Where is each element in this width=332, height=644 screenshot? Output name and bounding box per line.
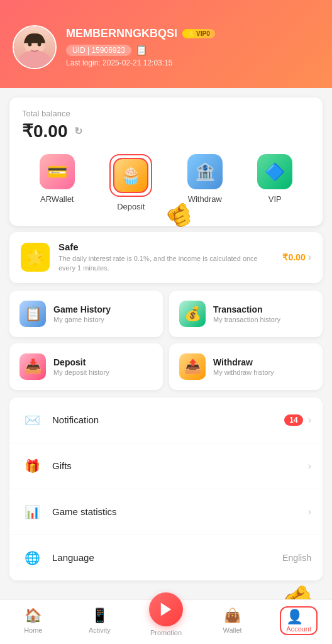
username-row: MEMBERNNGKBQSI ⭐ VIP0 xyxy=(66,27,215,40)
svg-point-2 xyxy=(28,42,32,47)
gifts-right: › xyxy=(308,460,311,472)
list-item-game-statistics[interactable]: 📊 Game statistics › xyxy=(9,489,323,535)
withdraw-history-text: Withdraw My withdraw history xyxy=(213,357,274,376)
deposit-history-icon: 📥 xyxy=(19,353,46,380)
copy-icon[interactable]: 📋 xyxy=(135,44,148,56)
menu-card-game-history[interactable]: 📋 Game History My game history xyxy=(9,291,163,337)
language-icon: 🌐 xyxy=(21,547,43,569)
game-history-icon: 📋 xyxy=(19,301,46,327)
withdraw-label: Withdraw xyxy=(188,194,222,204)
withdraw-history-icon: 📤 xyxy=(179,353,206,380)
game-history-text: Game History My game history xyxy=(53,304,111,323)
language-value: English xyxy=(282,553,311,563)
bottom-nav: 🏠 Home 📱 Activity Promotion 👜 Wallet 👤 A… xyxy=(0,599,332,644)
promotion-icon xyxy=(157,601,175,618)
header: MEMBERNNGKBQSI ⭐ VIP0 UID | 15906923 📋 L… xyxy=(0,0,332,88)
list-item-notification[interactable]: ✉️ Notification 14 › xyxy=(9,397,323,443)
nav-item-account[interactable]: 👤 Account xyxy=(265,606,332,635)
menu-card-transaction[interactable]: 💰 Transaction My transaction history xyxy=(169,291,323,337)
uid-badge: UID | 15906923 xyxy=(66,45,131,56)
promotion-button[interactable] xyxy=(149,592,183,626)
wallet-label: Wallet xyxy=(223,626,242,634)
deposit-icon: 🧁 xyxy=(113,158,148,193)
withdraw-history-title: Withdraw xyxy=(213,357,274,367)
deposit-history-title: Deposit xyxy=(53,357,109,367)
gifts-icon: 🎁 xyxy=(21,455,43,477)
notification-badge: 14 xyxy=(284,414,302,426)
transaction-text: Transaction My transaction history xyxy=(213,304,280,323)
language-right: English xyxy=(282,553,311,563)
notification-right: 14 › xyxy=(284,414,311,426)
action-withdraw[interactable]: 🏦 Withdraw xyxy=(187,154,223,211)
safe-desc: The daily interest rate is 0.1%, and the… xyxy=(58,254,274,274)
game-statistics-right: › xyxy=(308,506,311,518)
language-label: Language xyxy=(52,552,282,563)
safe-amount: ₹0.00 › xyxy=(282,252,311,263)
nav-item-promotion[interactable]: Promotion xyxy=(133,605,199,636)
list-item-language[interactable]: 🌐 Language English xyxy=(9,535,323,580)
list-section: ✉️ Notification 14 › 🎁 Gifts › 📊 Game st… xyxy=(9,397,323,580)
safe-section[interactable]: 🌟 Safe The daily interest rate is 0.1%, … xyxy=(9,232,323,283)
safe-title: Safe xyxy=(58,242,274,252)
menu-card-deposit[interactable]: 📥 Deposit My deposit history xyxy=(9,343,163,390)
balance-label: Total balance xyxy=(22,109,310,118)
activity-label: Activity xyxy=(89,626,111,634)
wallet-icon: 👜 xyxy=(224,608,241,624)
action-deposit[interactable]: 🧁 Deposit xyxy=(109,154,152,211)
arwallet-label: ARWallet xyxy=(40,194,74,204)
gifts-label: Gifts xyxy=(52,460,308,471)
game-history-title: Game History xyxy=(53,304,111,314)
quick-actions: 💳 ARWallet 🧁 Deposit 🏦 Withdraw 🔷 VIP xyxy=(22,154,310,214)
arwallet-icon: 💳 xyxy=(40,154,75,189)
promotion-label: Promotion xyxy=(150,629,182,636)
avatar xyxy=(13,25,57,69)
transaction-icon: 💰 xyxy=(179,301,206,327)
transaction-title: Transaction xyxy=(213,304,280,314)
vip-badge: ⭐ VIP0 xyxy=(182,29,215,38)
nav-item-home[interactable]: 🏠 Home xyxy=(0,608,67,634)
safe-icon: 🌟 xyxy=(21,243,50,272)
account-nav-border: 👤 Account xyxy=(280,606,318,635)
vip-icon: 🔷 xyxy=(257,154,292,189)
svg-point-1 xyxy=(18,50,52,69)
username-text: MEMBERNNGKBQSI xyxy=(66,27,177,40)
deposit-label: Deposit xyxy=(117,202,145,211)
deposit-history-text: Deposit My deposit history xyxy=(53,357,109,376)
list-item-gifts[interactable]: 🎁 Gifts › xyxy=(9,443,323,489)
balance-card: Total balance ₹0.00 ↻ 💳 ARWallet 🧁 Depos… xyxy=(9,97,323,226)
game-history-sub: My game history xyxy=(53,316,111,323)
vip-label: VIP xyxy=(268,194,282,204)
last-login: Last login: 2025-02-21 12:03:15 xyxy=(66,58,215,67)
refresh-icon[interactable]: ↻ xyxy=(74,125,82,137)
user-info: MEMBERNNGKBQSI ⭐ VIP0 UID | 15906923 📋 L… xyxy=(66,27,215,67)
home-label: Home xyxy=(24,626,42,634)
deposit-history-sub: My deposit history xyxy=(53,369,109,376)
activity-icon: 📱 xyxy=(91,608,108,624)
action-vip[interactable]: 🔷 VIP xyxy=(257,154,292,211)
notification-icon: ✉️ xyxy=(21,409,43,431)
game-statistics-chevron-icon: › xyxy=(308,506,311,518)
withdraw-history-sub: My withdraw history xyxy=(213,369,274,376)
uid-row: UID | 15906923 📋 xyxy=(66,44,215,56)
withdraw-icon: 🏦 xyxy=(187,154,223,189)
menu-card-withdraw[interactable]: 📤 Withdraw My withdraw history xyxy=(169,343,323,390)
transaction-sub: My transaction history xyxy=(213,316,280,323)
menu-grid: 📋 Game History My game history 💰 Transac… xyxy=(9,291,323,390)
game-statistics-label: Game statistics xyxy=(52,506,308,517)
balance-amount: ₹0.00 ↻ xyxy=(22,121,310,142)
home-icon: 🏠 xyxy=(25,608,42,624)
game-statistics-icon: 📊 xyxy=(21,501,43,523)
notification-label: Notification xyxy=(52,414,284,425)
svg-point-3 xyxy=(38,42,42,47)
account-icon: 👤 xyxy=(286,609,303,625)
gifts-chevron-icon: › xyxy=(308,460,311,472)
nav-item-activity[interactable]: 📱 Activity xyxy=(67,608,133,634)
safe-text: Safe The daily interest rate is 0.1%, an… xyxy=(58,242,274,274)
nav-item-wallet[interactable]: 👜 Wallet xyxy=(199,608,266,634)
action-arwallet[interactable]: 💳 ARWallet xyxy=(40,154,75,211)
account-label: Account xyxy=(286,625,311,633)
notification-chevron-icon: › xyxy=(308,414,311,426)
safe-chevron-icon: › xyxy=(308,252,311,263)
